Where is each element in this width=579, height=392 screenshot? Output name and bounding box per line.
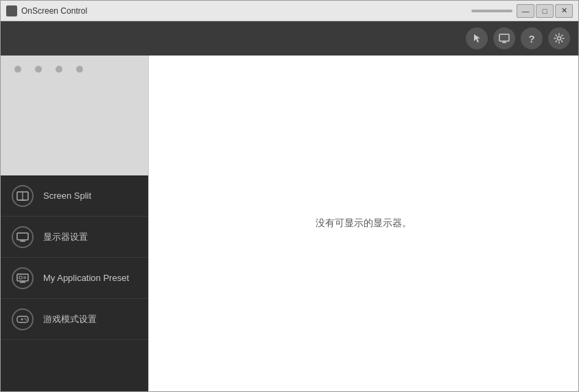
display-icon	[499, 34, 510, 43]
help-button[interactable]: ?	[521, 27, 543, 49]
sidebar-item-display-settings[interactable]: 显示器设置	[1, 217, 148, 258]
preview-dot-3	[56, 66, 62, 73]
sidebar-item-app-preset[interactable]: My Application Preset	[1, 258, 148, 299]
sidebar-item-game-mode[interactable]: 游戏模式设置	[1, 299, 148, 340]
cursor-icon	[471, 33, 482, 44]
preview-dot-2	[35, 66, 42, 73]
app-icon	[6, 5, 17, 16]
game-mode-icon	[12, 308, 34, 330]
game-mode-label: 游戏模式设置	[43, 313, 97, 326]
gear-icon	[554, 33, 565, 44]
maximize-button[interactable]: □	[536, 4, 554, 18]
sidebar: Screen Split 显示器设置	[1, 56, 148, 391]
screen-split-label: Screen Split	[43, 191, 91, 201]
cursor-button[interactable]	[466, 27, 488, 49]
app-preset-label: My Application Preset	[43, 273, 129, 283]
svg-rect-11	[17, 274, 28, 281]
svg-point-3	[558, 37, 561, 40]
svg-point-21	[26, 319, 27, 321]
settings-button[interactable]	[548, 27, 570, 49]
preview-dot-4	[76, 66, 83, 73]
display-button[interactable]	[493, 27, 515, 49]
svg-rect-8	[17, 233, 28, 240]
app-preset-icon	[12, 267, 34, 289]
display-settings-icon	[12, 226, 34, 248]
content-area: 没有可显示的显示器。	[148, 56, 578, 391]
toolbar: ?	[1, 21, 578, 56]
title-slider	[471, 10, 512, 12]
main-window: OnScreen Control — □ ✕ ?	[0, 0, 579, 392]
help-icon: ?	[528, 33, 534, 45]
no-monitor-message: 没有可显示的显示器。	[316, 217, 412, 230]
main-content: Screen Split 显示器设置	[1, 56, 578, 391]
preview-dot-1	[14, 66, 21, 73]
title-bar-controls: — □ ✕	[471, 4, 573, 18]
preview-dots	[14, 66, 83, 73]
svg-rect-0	[499, 34, 509, 41]
close-button[interactable]: ✕	[555, 4, 573, 18]
svg-point-20	[25, 318, 26, 319]
svg-rect-12	[19, 276, 22, 279]
title-bar: OnScreen Control — □ ✕	[1, 1, 578, 21]
minimize-button[interactable]: —	[517, 4, 534, 18]
display-settings-label: 显示器设置	[43, 231, 88, 243]
sidebar-item-screen-split[interactable]: Screen Split	[1, 175, 148, 217]
window-title: OnScreen Control	[21, 6, 87, 16]
sidebar-nav: Screen Split 显示器设置	[1, 175, 148, 391]
screen-split-icon	[12, 185, 34, 207]
sidebar-preview	[1, 56, 148, 175]
title-bar-left: OnScreen Control	[6, 5, 87, 16]
